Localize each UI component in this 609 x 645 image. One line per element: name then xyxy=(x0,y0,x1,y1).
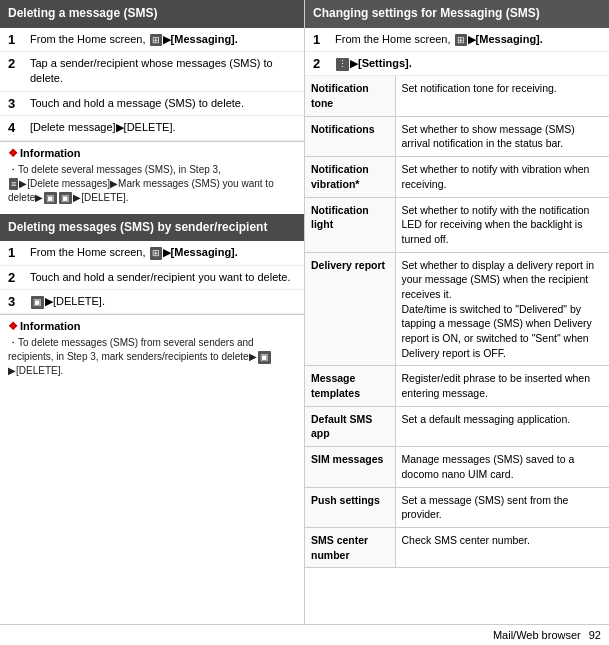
step-2-1: 1 From the Home screen, ⊞▶[Messaging]. xyxy=(0,241,304,265)
step-num: 2 xyxy=(313,56,331,71)
footer: Mail/Web browser 92 xyxy=(0,624,609,645)
info-text-1: ・To delete several messages (SMS), in St… xyxy=(8,163,296,205)
right-section-header: Changing settings for Messaging (SMS) xyxy=(305,0,609,28)
step-num: 1 xyxy=(8,245,26,260)
table-row: Notification vibration* Set whether to n… xyxy=(305,157,609,197)
section1-header-text: Deleting a message (SMS) xyxy=(8,6,157,20)
step-1-4: 4 [Delete message]▶[DELETE]. xyxy=(0,116,304,140)
table-cell-desc: Set whether to notify with vibration whe… xyxy=(395,157,609,197)
table-row: SMS center number Check SMS center numbe… xyxy=(305,527,609,567)
table-row: SIM messages Manage messages (SMS) saved… xyxy=(305,447,609,487)
menu-icon: ≡ xyxy=(9,178,18,191)
right-step-2: 2 ⋮▶[Settings]. xyxy=(305,52,609,76)
table-cell-label: Delivery report xyxy=(305,252,395,366)
table-cell-label: Notifications xyxy=(305,116,395,156)
table-cell-desc: Set notification tone for receiving. xyxy=(395,76,609,116)
del-icon: ▣ xyxy=(59,192,72,205)
back-icon: ▣ xyxy=(44,192,57,205)
table-row: Delivery report Set whether to display a… xyxy=(305,252,609,366)
table-row: Notifications Set whether to show messag… xyxy=(305,116,609,156)
table-cell-label: SMS center number xyxy=(305,527,395,567)
info-block-2: ❖Information ・To delete messages (SMS) f… xyxy=(0,314,304,383)
table-cell-desc: Set a default messaging application. xyxy=(395,406,609,446)
table-cell-label: Push settings xyxy=(305,487,395,527)
table-cell-desc: Register/edit phrase to be inserted when… xyxy=(395,366,609,406)
info-text-2: ・To delete messages (SMS) from several s… xyxy=(8,336,296,378)
step-text: ▣▶[DELETE]. xyxy=(30,294,105,309)
step-text: Touch and hold a sender/recipient you wa… xyxy=(30,270,291,285)
footer-page: 92 xyxy=(589,629,601,641)
step-2-2: 2 Touch and hold a sender/recipient you … xyxy=(0,266,304,290)
step-1-2: 2 Tap a sender/recipient whose messages … xyxy=(0,52,304,92)
table-cell-label: SIM messages xyxy=(305,447,395,487)
table-row: Notification tone Set notification tone … xyxy=(305,76,609,116)
step-num: 3 xyxy=(8,294,26,309)
section2-header: Deleting messages (SMS) by sender/recipi… xyxy=(0,214,304,242)
menu-icon: ▣ xyxy=(31,296,44,309)
table-row: Notification light Set whether to notify… xyxy=(305,197,609,252)
info-block-1: ❖Information ・To delete several messages… xyxy=(0,141,304,210)
right-column: Changing settings for Messaging (SMS) 1 … xyxy=(305,0,609,624)
settings-table: Notification tone Set notification tone … xyxy=(305,76,609,568)
step-num: 2 xyxy=(8,270,26,285)
step-1-1: 1 From the Home screen, ⊞▶[Messaging]. xyxy=(0,28,304,52)
step-num: 4 xyxy=(8,120,26,135)
step-text: From the Home screen, ⊞▶[Messaging]. xyxy=(335,32,543,47)
step-text: [Delete message]▶[DELETE]. xyxy=(30,120,176,135)
back-icon: ▣ xyxy=(258,351,271,364)
home-icon: ⊞ xyxy=(150,247,162,260)
settings-icon: ⋮ xyxy=(336,58,349,71)
home-icon: ⊞ xyxy=(455,34,467,47)
section1-header: Deleting a message (SMS) xyxy=(0,0,304,28)
table-row: Message templates Register/edit phrase t… xyxy=(305,366,609,406)
table-cell-desc: Set whether to show message (SMS) arriva… xyxy=(395,116,609,156)
table-cell-label: Notification tone xyxy=(305,76,395,116)
table-row: Default SMS app Set a default messaging … xyxy=(305,406,609,446)
left-column: Deleting a message (SMS) 1 From the Home… xyxy=(0,0,305,624)
right-step-1: 1 From the Home screen, ⊞▶[Messaging]. xyxy=(305,28,609,52)
table-cell-label: Default SMS app xyxy=(305,406,395,446)
right-steps: 1 From the Home screen, ⊞▶[Messaging]. 2… xyxy=(305,28,609,77)
table-cell-desc: Set a message (SMS) sent from the provid… xyxy=(395,487,609,527)
table-cell-label: Notification light xyxy=(305,197,395,252)
table-cell-label: Notification vibration* xyxy=(305,157,395,197)
step-num: 2 xyxy=(8,56,26,71)
step-num: 1 xyxy=(313,32,331,47)
step-text: ⋮▶[Settings]. xyxy=(335,56,412,71)
step-text: Tap a sender/recipient whose messages (S… xyxy=(30,56,296,87)
info-header-1: ❖Information xyxy=(8,147,296,160)
step-num: 3 xyxy=(8,96,26,111)
step-2-3: 3 ▣▶[DELETE]. xyxy=(0,290,304,314)
step-text: Touch and hold a message (SMS) to delete… xyxy=(30,96,244,111)
table-row: Push settings Set a message (SMS) sent f… xyxy=(305,487,609,527)
home-icon: ⊞ xyxy=(150,34,162,47)
table-cell-desc: Set whether to display a delivery report… xyxy=(395,252,609,366)
step-text: From the Home screen, ⊞▶[Messaging]. xyxy=(30,32,238,47)
table-cell-desc: Manage messages (SMS) saved to a docomo … xyxy=(395,447,609,487)
table-cell-label: Message templates xyxy=(305,366,395,406)
section2-header-text: Deleting messages (SMS) by sender/recipi… xyxy=(8,220,267,234)
table-cell-desc: Set whether to notify with the notificat… xyxy=(395,197,609,252)
footer-label: Mail/Web browser xyxy=(493,629,581,641)
info-header-2: ❖Information xyxy=(8,320,296,333)
right-section-header-text: Changing settings for Messaging (SMS) xyxy=(313,6,540,20)
step-text: From the Home screen, ⊞▶[Messaging]. xyxy=(30,245,238,260)
step-1-3: 3 Touch and hold a message (SMS) to dele… xyxy=(0,92,304,116)
step-num: 1 xyxy=(8,32,26,47)
table-cell-desc: Check SMS center number. xyxy=(395,527,609,567)
